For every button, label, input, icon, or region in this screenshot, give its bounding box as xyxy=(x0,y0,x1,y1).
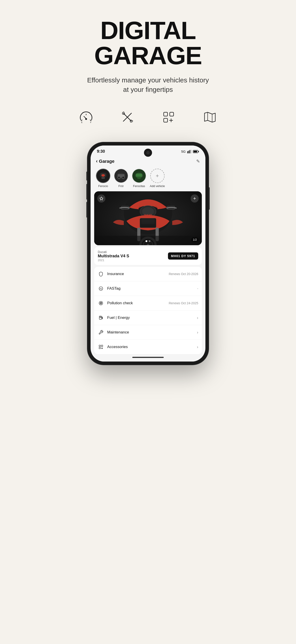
add-vehicle-label: Add vehicle xyxy=(150,184,165,188)
menu-item-fastag[interactable]: F1 FASTag - xyxy=(94,281,202,296)
svg-point-31 xyxy=(118,176,120,179)
vehicle-name-ferocio: Ferocio xyxy=(98,184,108,188)
menu-item-maintenance-right: › xyxy=(197,330,198,335)
vehicle-name-fror: Frór xyxy=(118,184,124,188)
maintenance-icon xyxy=(98,329,104,336)
fastag-value: - xyxy=(197,287,198,290)
svg-point-63 xyxy=(101,303,101,304)
svg-line-0 xyxy=(81,120,82,121)
menu-item-maintenance[interactable]: Maintenance › xyxy=(94,325,202,340)
svg-rect-65 xyxy=(100,316,101,318)
home-indicator xyxy=(91,354,205,362)
svg-rect-9 xyxy=(164,112,167,116)
menu-section: Insurance Renews Oct 20-2026 F1 xyxy=(94,267,202,354)
vehicle-avatar-ferocitas xyxy=(132,169,146,183)
svg-text:F: F xyxy=(90,121,92,124)
vehicle-name-ferocitas: Ferocitas xyxy=(133,184,145,188)
menu-label-insurance: Insurance xyxy=(107,272,124,276)
svg-rect-27 xyxy=(102,177,105,179)
menu-item-pollution[interactable]: Pollution check Renews Oct 24-2025 xyxy=(94,296,202,310)
svg-rect-36 xyxy=(138,177,141,179)
svg-point-26 xyxy=(102,174,105,177)
fuel-icon xyxy=(98,314,104,321)
svg-rect-22 xyxy=(193,151,197,152)
svg-rect-18 xyxy=(189,150,190,153)
vehicle-year: 2021 xyxy=(98,258,129,262)
svg-rect-21 xyxy=(198,151,199,152)
camera-lens xyxy=(147,151,149,154)
add-vehicle-item[interactable]: + Add vehicle xyxy=(150,169,165,188)
add-plus-icon: + xyxy=(156,173,159,178)
add-photo-button[interactable]: + xyxy=(191,194,199,202)
front-camera xyxy=(144,149,152,157)
status-time: 9:30 xyxy=(97,149,105,154)
tools-icon xyxy=(120,110,135,124)
menu-item-fastag-left: F1 FASTag xyxy=(98,286,121,292)
vehicle-item-fror[interactable]: Frór xyxy=(114,169,128,188)
add-vehicle-button[interactable]: + xyxy=(150,169,164,183)
svg-rect-17 xyxy=(188,151,189,153)
maintenance-chevron: › xyxy=(197,330,198,335)
dot-1 xyxy=(146,240,147,242)
vehicle-name-block: Ducati Multistrada V4 S 2021 xyxy=(98,250,129,262)
home-bar xyxy=(132,357,164,358)
menu-item-fastag-right: - xyxy=(197,287,198,290)
power-button xyxy=(209,187,210,210)
menu-label-maintenance: Maintenance xyxy=(107,330,129,334)
hero-subtitle: Effortlessly manage your vehicles histor… xyxy=(85,76,211,94)
dot-2 xyxy=(149,240,150,242)
fastag-icon: F1 xyxy=(98,286,104,292)
menu-item-insurance[interactable]: Insurance Renews Oct 20-2026 xyxy=(94,267,202,281)
accessories-chevron: › xyxy=(197,345,198,350)
menu-item-accessories-left: Accessories xyxy=(98,344,128,350)
svg-point-4 xyxy=(85,118,87,120)
menu-item-insurance-right: Renews Oct 20-2026 xyxy=(169,272,198,276)
vehicle-item-ferocitas[interactable]: Ferocitas xyxy=(132,169,146,188)
pollution-icon xyxy=(98,300,104,306)
apps-icon xyxy=(161,110,176,124)
app-header: ‹ Garage ✎ xyxy=(91,156,205,166)
svg-rect-42 xyxy=(140,218,156,228)
vehicle-model: Multistrada V4 S xyxy=(98,254,129,258)
svg-rect-16 xyxy=(187,151,188,153)
svg-text:F1: F1 xyxy=(100,288,102,290)
menu-label-pollution: Pollution check xyxy=(107,301,133,306)
svg-line-1 xyxy=(90,120,91,121)
hero-title: DIGITAL GARAGE xyxy=(85,18,211,68)
menu-label-fuel: Fuel | Energy xyxy=(107,316,130,320)
menu-item-fuel-right: › xyxy=(197,316,198,320)
edit-icon[interactable]: ✎ xyxy=(196,158,200,164)
menu-label-accessories: Accessories xyxy=(107,345,128,349)
insurance-icon xyxy=(98,271,104,277)
fuel-chevron: › xyxy=(197,316,198,320)
license-plate: MH01 DY 5971 xyxy=(168,252,198,260)
hero-section: DIGITAL GARAGE Effortlessly manage your … xyxy=(85,18,211,110)
vehicle-avatar-fror xyxy=(114,169,128,183)
svg-rect-67 xyxy=(101,345,103,346)
gauge-icon: E F xyxy=(79,110,93,124)
menu-item-insurance-left: Insurance xyxy=(98,271,124,277)
map-icon xyxy=(203,110,217,124)
vehicle-selector: Ferocio Frór xyxy=(91,166,205,191)
page-title: Garage xyxy=(99,159,114,164)
svg-rect-10 xyxy=(170,112,173,116)
vehicle-avatar-ferocio xyxy=(96,169,110,183)
svg-rect-66 xyxy=(99,345,101,346)
menu-item-accessories[interactable]: Accessories › xyxy=(94,340,202,354)
back-arrow-icon: ‹ xyxy=(96,158,98,164)
svg-rect-11 xyxy=(164,118,167,122)
menu-item-maintenance-left: Maintenance xyxy=(98,329,129,336)
mute-button xyxy=(86,172,87,180)
accessories-icon xyxy=(98,344,104,350)
vehicle-item-ferocio[interactable]: Ferocio xyxy=(96,169,110,188)
feature-icons: E F xyxy=(79,110,217,124)
svg-marker-57 xyxy=(100,197,103,200)
favorite-button[interactable] xyxy=(97,194,105,202)
volume-up-button xyxy=(86,184,87,200)
back-button[interactable]: ‹ Garage xyxy=(96,158,114,164)
menu-label-fastag: FASTag xyxy=(107,286,121,291)
svg-text:E: E xyxy=(81,121,83,124)
svg-rect-68 xyxy=(99,347,101,349)
menu-item-fuel[interactable]: Fuel | Energy › xyxy=(94,310,202,325)
menu-item-pollution-left: Pollution check xyxy=(98,300,133,306)
